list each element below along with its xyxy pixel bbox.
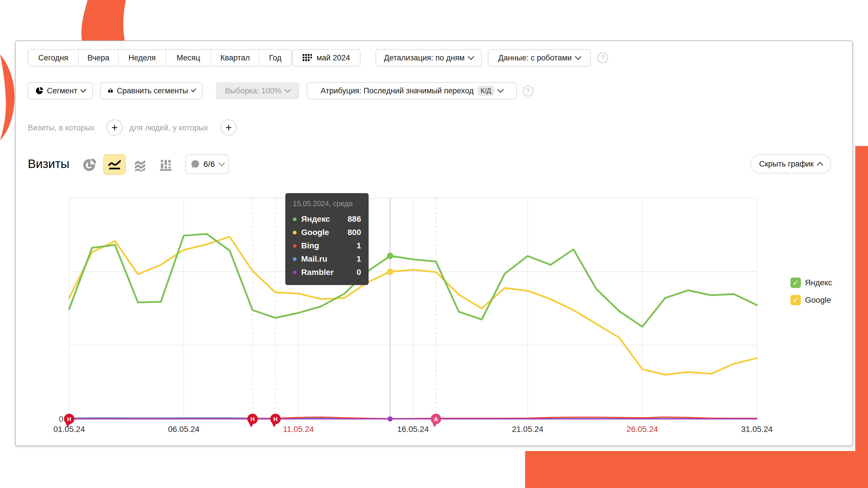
checkbox-google[interactable]: ✓ [790,295,801,305]
calendar-month-label: май 2024 [316,54,350,62]
visits-filter-label: Визиты, в которых [28,124,95,132]
svg-text:11.05.24: 11.05.24 [283,425,314,434]
segment-label: Сегмент [47,87,77,95]
svg-text:31.05.24: 31.05.24 [741,425,773,434]
chevron-down-icon [191,87,196,92]
series-dot-google [293,231,297,234]
tooltip-row: Яндекс 886 [293,213,361,226]
tooltip-series-value: 886 [347,215,361,224]
preset-year-button[interactable]: Год [259,50,291,66]
legend-item-google[interactable]: ✓ Google [790,295,831,305]
legend-label-yandex: Яндекс [805,278,832,287]
hide-chart-label: Скрыть график [759,160,814,168]
tooltip-date: 15.05.2024, среда [293,199,361,208]
data-mode-dropdown[interactable]: Данные: с роботами [488,49,591,66]
tooltip-series-value: 800 [347,228,361,237]
detail-dropdown[interactable]: Детализация: по дням [376,49,482,66]
chevron-down-icon [575,54,582,60]
annotations-dropdown[interactable]: 6/6 [185,154,229,174]
svg-text:26.05.24: 26.05.24 [626,425,658,434]
preset-yesterday-button[interactable]: Вчера [79,50,119,66]
segment-dropdown[interactable]: Сегмент [28,82,93,99]
column-chart-type-icon[interactable] [159,159,172,171]
add-visits-filter-button[interactable]: + [106,120,123,136]
compare-drops-icon [107,86,114,96]
tooltip-series-value: 0 [356,268,361,277]
line-chart-icon [108,158,121,171]
chart-title: Визиты [28,157,69,171]
legend-label-google: Google [805,295,831,305]
tooltip-row: Rambler 0 [293,266,361,279]
preset-week-button[interactable]: Неделя [119,50,166,66]
people-filter-label: для людей, у которых [129,124,208,132]
chevron-down-icon [468,54,474,60]
svg-text:06.05.24: 06.05.24 [168,425,199,434]
stacked-area-type-icon[interactable] [134,159,146,171]
sampling-label: Выборка: 100% [225,87,281,95]
tooltip-row: Google 800 [293,226,361,239]
chevron-up-icon [817,162,824,168]
tooltip-series-value: 1 [356,254,361,264]
pie-segment-icon [35,86,43,96]
data-mode-label: Данные: с роботами [498,54,572,62]
detail-label: Детализация: по дням [384,54,465,62]
tooltip-series-name: Mail.ru [301,254,356,264]
chevron-down-icon [81,87,87,93]
svg-text:Н: Н [273,416,277,422]
svg-text:01.05.24: 01.05.24 [54,425,85,434]
comment-bubble-icon [190,159,200,169]
chevron-down-icon [284,87,291,93]
svg-text:16.05.24: 16.05.24 [397,425,429,434]
series-dot-bing [293,244,297,248]
series-dot-mailru [293,257,297,261]
visits-chart[interactable]: НННА01.05.2406.05.2411.05.2416.05.2421.0… [52,197,781,440]
line-chart-type-button[interactable] [103,154,126,175]
preset-today-button[interactable]: Сегодня [28,50,79,66]
help-icon[interactable]: ? [523,86,533,97]
compare-segments-dropdown[interactable]: Сравнить сегменты [100,82,203,99]
calendar-button[interactable]: май 2024 [292,49,361,66]
svg-text:А: А [434,416,438,422]
svg-text:21.05.24: 21.05.24 [512,425,544,434]
compare-segments-label: Сравнить сегменты [117,87,188,95]
tooltip-series-name: Google [301,228,347,237]
add-people-filter-button[interactable]: + [220,120,237,136]
chevron-down-icon [218,160,225,166]
pie-chart-type-icon[interactable] [83,159,96,171]
preset-month-button[interactable]: Месяц [166,50,211,66]
svg-text:Н: Н [67,416,71,422]
help-icon[interactable]: ? [597,52,608,63]
chevron-down-icon [497,87,504,93]
series-dot-yandex [293,218,297,221]
chart-tooltip: 15.05.2024, среда Яндекс 886 Google 800 … [285,193,369,285]
tooltip-series-name: Rambler [301,268,356,277]
tooltip-row: Bing 1 [293,239,361,252]
hide-chart-button[interactable]: Скрыть график [750,154,831,173]
svg-text:Н: Н [251,416,255,422]
series-dot-rambler [293,270,297,274]
tooltip-series-value: 1 [356,241,361,250]
tooltip-series-name: Bing [301,241,356,250]
calendar-grid-icon [303,54,312,62]
attribution-badge: К/Д [478,86,494,96]
checkbox-yandex[interactable]: ✓ [790,278,801,288]
sampling-dropdown[interactable]: Выборка: 100% [216,82,299,99]
attribution-label: Атрибуция: Последний значимый переход [320,87,474,95]
preset-quarter-button[interactable]: Квартал [211,50,259,66]
date-preset-group: Сегодня Вчера Неделя Месяц Квартал Год [28,49,292,66]
tooltip-row: Mail.ru 1 [293,252,361,266]
annotations-count: 6/6 [204,160,215,169]
attribution-dropdown[interactable]: Атрибуция: Последний значимый переход К/… [307,82,517,99]
svg-text:0: 0 [59,415,63,424]
legend-item-yandex[interactable]: ✓ Яндекс [790,278,832,288]
tooltip-series-name: Яндекс [301,215,347,224]
